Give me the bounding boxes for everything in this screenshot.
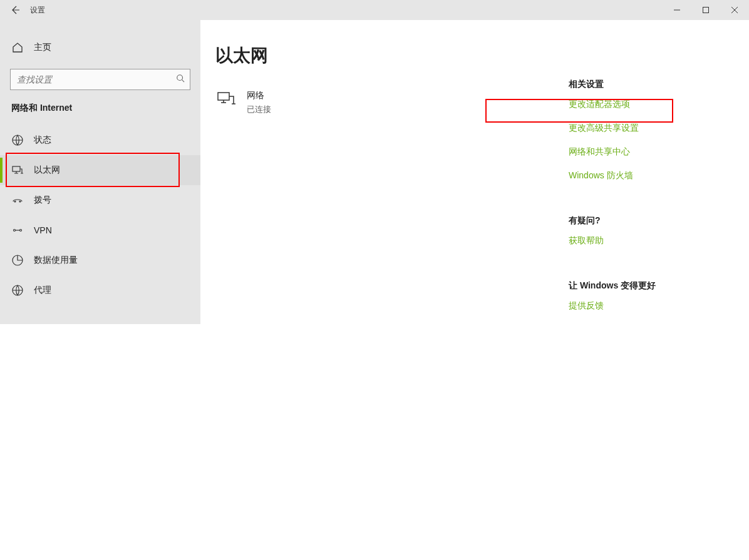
svg-point-9 <box>19 201 21 202</box>
network-pc-icon <box>217 90 237 110</box>
sidebar-item-status[interactable]: 状态 <box>0 125 200 155</box>
sidebar-item-data-usage[interactable]: 数据使用量 <box>0 245 200 275</box>
proxy-icon <box>11 284 24 297</box>
home-link[interactable]: 主页 <box>0 35 200 60</box>
sidebar-item-label: 以太网 <box>34 165 60 176</box>
home-label: 主页 <box>34 42 51 53</box>
sidebar-item-label: 状态 <box>34 135 51 146</box>
right-panel: 相关设置 更改适配器选项 更改高级共享设置 网络和共享中心 Windows 防火… <box>569 44 734 324</box>
network-status: 已连接 <box>247 104 271 115</box>
sidebar-item-vpn[interactable]: VPN <box>0 215 200 245</box>
minimize-button[interactable] <box>663 0 691 20</box>
sidebar: 主页 网络和 Internet 状态 以太网 <box>0 20 200 324</box>
link-feedback[interactable]: 提供反馈 <box>569 300 734 312</box>
titlebar: 设置 <box>0 0 749 20</box>
svg-rect-14 <box>218 93 229 100</box>
link-advanced-sharing[interactable]: 更改高级共享设置 <box>569 123 734 134</box>
arrow-left-icon <box>10 5 20 15</box>
svg-point-10 <box>14 230 16 232</box>
home-icon <box>11 41 24 54</box>
minimize-icon <box>674 7 680 13</box>
page-title: 以太网 <box>215 44 569 68</box>
link-windows-firewall[interactable]: Windows 防火墙 <box>569 170 734 181</box>
related-settings-title: 相关设置 <box>569 79 734 90</box>
network-entry[interactable]: 网络 已连接 <box>217 90 569 115</box>
svg-line-5 <box>182 80 185 83</box>
sidebar-item-label: 拨号 <box>34 195 51 206</box>
vpn-icon <box>11 224 24 237</box>
link-adapter-options[interactable]: 更改适配器选项 <box>569 99 734 110</box>
window-title: 设置 <box>30 5 45 16</box>
network-name: 网络 <box>247 90 271 101</box>
dialup-icon <box>11 194 24 206</box>
sidebar-item-dialup[interactable]: 拨号 <box>0 185 200 215</box>
close-button[interactable] <box>720 0 749 20</box>
search-icon <box>176 74 185 85</box>
maximize-icon <box>703 7 709 13</box>
sidebar-group-title: 网络和 Internet <box>0 103 200 114</box>
svg-point-8 <box>14 201 16 202</box>
svg-point-4 <box>177 75 183 81</box>
sidebar-item-label: VPN <box>34 225 52 235</box>
status-icon <box>11 134 24 146</box>
link-get-help[interactable]: 获取帮助 <box>569 235 734 247</box>
sidebar-item-label: 数据使用量 <box>34 255 78 266</box>
close-icon <box>731 7 738 13</box>
svg-rect-1 <box>703 8 709 13</box>
sidebar-item-ethernet[interactable]: 以太网 <box>0 155 200 185</box>
data-usage-icon <box>11 254 24 267</box>
ethernet-icon <box>11 164 24 176</box>
search-input[interactable] <box>11 69 190 89</box>
search-box[interactable] <box>10 69 190 90</box>
sidebar-item-label: 代理 <box>34 285 51 296</box>
svg-point-11 <box>20 230 22 232</box>
sidebar-nav: 状态 以太网 拨号 VPN <box>0 125 200 305</box>
qa-title: 有疑问? <box>569 215 734 227</box>
svg-rect-7 <box>13 166 20 171</box>
maximize-button[interactable] <box>691 0 720 20</box>
feedback-title: 让 Windows 变得更好 <box>569 280 734 292</box>
back-button[interactable] <box>0 0 30 20</box>
sidebar-item-proxy[interactable]: 代理 <box>0 275 200 305</box>
link-network-sharing-center[interactable]: 网络和共享中心 <box>569 146 734 158</box>
main-content: 以太网 网络 已连接 相关设置 更改适配器选项 更改高级共享设置 网络和共享中心… <box>200 20 749 324</box>
